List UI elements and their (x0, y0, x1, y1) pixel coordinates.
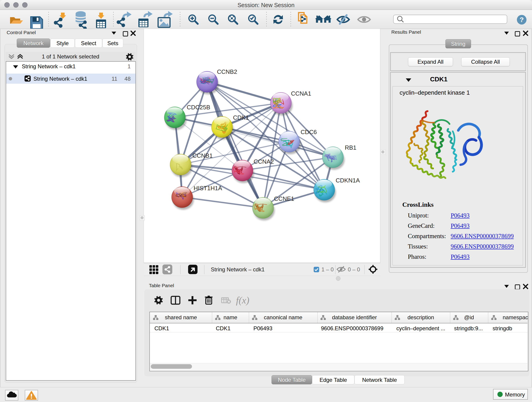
svg-text:CCNB1: CCNB1 (192, 152, 213, 159)
svg-text:CCNA1: CCNA1 (291, 90, 311, 97)
svg-text:CCNA2: CCNA2 (254, 158, 274, 165)
svg-text:?: ? (520, 16, 524, 23)
svg-text:HIST1H1A: HIST1H1A (194, 185, 222, 191)
svg-text:CCNB2: CCNB2 (217, 68, 237, 75)
svg-text:CCNE1: CCNE1 (274, 195, 294, 202)
svg-text:CDKN1A: CDKN1A (336, 177, 360, 184)
svg-text:CDK1: CDK1 (233, 114, 249, 121)
svg-text:CDC25B: CDC25B (187, 104, 210, 111)
svg-text:RB1: RB1 (345, 144, 356, 151)
svg-text:CDC6: CDC6 (301, 128, 317, 135)
svg-text:f(x): f(x) (236, 295, 249, 306)
